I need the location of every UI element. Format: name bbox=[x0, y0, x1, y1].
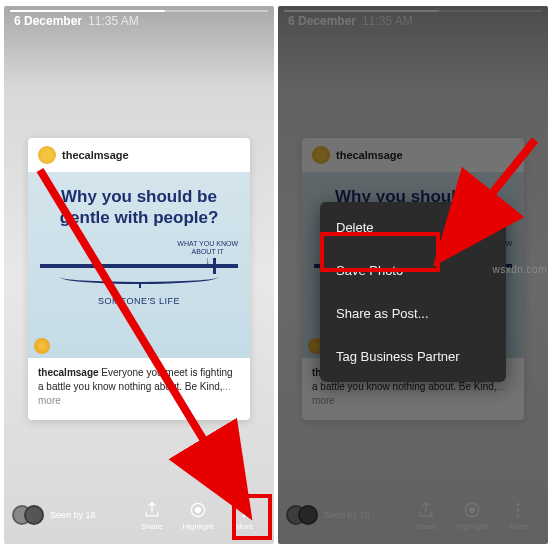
menu-tag-partner[interactable]: Tag Business Partner bbox=[320, 335, 506, 378]
svg-point-1 bbox=[196, 507, 201, 512]
post-header: thecalmsage bbox=[28, 138, 250, 172]
post-username: thecalmsage bbox=[62, 149, 129, 161]
watermark: wsxdn.com bbox=[492, 264, 547, 275]
post-image: Why you should be gentle with people? WH… bbox=[28, 172, 250, 358]
highlight-button[interactable]: Highlight bbox=[176, 500, 220, 531]
story-date: 6 December bbox=[14, 14, 82, 28]
post-headline: Why you should be gentle with people? bbox=[44, 186, 234, 229]
story-time: 11:35 AM bbox=[88, 14, 139, 28]
post-caption: thecalmsage Everyone you meet is fightin… bbox=[28, 358, 250, 420]
avatar bbox=[38, 146, 56, 164]
svg-point-4 bbox=[243, 514, 246, 517]
menu-save-photo[interactable]: Save Photo bbox=[320, 249, 506, 292]
viewers[interactable]: Seen by 18 bbox=[12, 505, 130, 525]
know-label: WHAT YOU KNOW ABOUT IT ↓ bbox=[177, 240, 238, 266]
more-button[interactable]: More bbox=[222, 500, 266, 531]
story-view-right: 6 December 11:35 AM thecalmsage Why you … bbox=[278, 6, 548, 544]
story-post-card[interactable]: thecalmsage Why you should be gentle wit… bbox=[28, 138, 250, 420]
story-toolbar: Seen by 18 Share Highlight More bbox=[4, 486, 274, 544]
highlight-icon bbox=[188, 500, 208, 520]
story-view-left: 6 December 11:35 AM thecalmsage Why you … bbox=[4, 6, 274, 544]
svg-point-3 bbox=[243, 508, 246, 511]
story-header: 6 December 11:35 AM bbox=[4, 6, 274, 36]
share-icon bbox=[142, 500, 162, 520]
badge-icon bbox=[34, 338, 50, 354]
menu-delete[interactable]: Delete bbox=[320, 206, 506, 249]
seen-by-label: Seen by 18 bbox=[50, 510, 96, 520]
more-menu: Delete Save Photo Share as Post... Tag B… bbox=[320, 202, 506, 382]
share-button[interactable]: Share bbox=[130, 500, 174, 531]
life-label: SOMEONE'S LIFE bbox=[40, 296, 238, 306]
menu-share-as-post[interactable]: Share as Post... bbox=[320, 292, 506, 335]
post-diagram: WHAT YOU KNOW ABOUT IT ↓ SOMEONE'S LIFE bbox=[40, 264, 238, 306]
svg-point-2 bbox=[243, 502, 246, 505]
more-icon bbox=[234, 500, 254, 520]
